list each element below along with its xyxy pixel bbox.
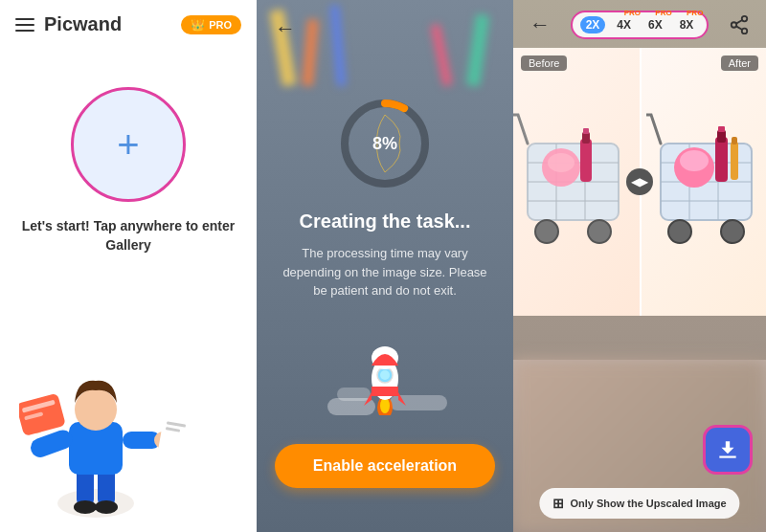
back-button[interactable]: ←	[270, 13, 301, 44]
add-image-area: + Let's start! Tap anywhere to enter Gal…	[0, 49, 257, 274]
svg-rect-58	[732, 137, 737, 144]
svg-rect-43	[583, 128, 589, 134]
panel3-back-button[interactable]: ←	[525, 10, 555, 40]
app-header: Picwand 👑 PRO	[0, 0, 257, 49]
creating-title: Creating the task...	[300, 211, 471, 233]
cart-svg-right	[646, 48, 766, 316]
illustration-area	[0, 274, 257, 532]
scale-tab-8x[interactable]: PRO 8X	[674, 16, 700, 33]
svg-point-51	[721, 220, 744, 243]
after-half	[640, 48, 766, 316]
share-button[interactable]	[724, 10, 755, 40]
svg-point-53	[680, 150, 709, 171]
svg-line-30	[736, 20, 742, 24]
svg-point-3	[74, 500, 97, 514]
plus-icon: +	[117, 125, 139, 164]
pro-tag-6x: PRO	[655, 9, 671, 17]
before-half	[513, 48, 640, 316]
svg-point-50	[668, 220, 691, 243]
panel-processing: ← 8% Creating the task...	[257, 0, 513, 532]
pro-tag-4x: PRO	[624, 9, 641, 17]
scale-tabs: 2X PRO 4X PRO 6X PRO 8X	[571, 11, 710, 39]
scale-tab-6x[interactable]: PRO 6X	[642, 16, 668, 33]
svg-point-37	[535, 220, 558, 243]
add-image-button[interactable]: +	[71, 87, 186, 202]
svg-rect-14	[158, 415, 192, 456]
only-show-upscaled-button[interactable]: ⊞ Only Show the Upscaled Image	[539, 488, 739, 519]
creating-desc: The processing time may vary depending o…	[257, 244, 513, 300]
download-icon	[715, 437, 740, 462]
svg-rect-22	[372, 387, 398, 396]
progress-percent: 8%	[372, 134, 397, 154]
svg-point-20	[380, 398, 390, 413]
svg-point-27	[732, 22, 737, 28]
comparison-handle[interactable]: ◀▶	[626, 168, 653, 195]
panel-result: ← 2X PRO 4X PRO 6X PRO 8X	[513, 0, 766, 532]
svg-point-40	[548, 153, 574, 172]
svg-point-4	[95, 500, 118, 514]
share-icon	[729, 14, 750, 35]
progress-ring: 8%	[337, 96, 433, 191]
layers-icon: ⊞	[552, 496, 564, 511]
illustration-svg	[19, 369, 211, 522]
add-image-label: Let's start! Tap anywhere to enter Galle…	[19, 217, 237, 255]
svg-point-38	[588, 220, 611, 243]
panel3-header: ← 2X PRO 4X PRO 6X PRO 8X	[513, 0, 766, 50]
scale-tab-2x[interactable]: 2X	[580, 16, 606, 33]
svg-rect-56	[718, 126, 725, 132]
back-arrow-icon: ←	[275, 16, 296, 41]
download-button[interactable]	[703, 425, 753, 475]
menu-button[interactable]	[15, 18, 34, 32]
svg-point-24	[380, 370, 390, 380]
svg-point-6	[75, 388, 117, 431]
cart-svg-left	[513, 48, 633, 316]
after-label: After	[721, 55, 758, 71]
svg-point-0	[57, 489, 134, 518]
scale-tab-4x[interactable]: PRO 4X	[611, 16, 637, 33]
app-title: Picwand	[44, 13, 171, 35]
svg-line-29	[736, 26, 742, 30]
processing-content: 8% Creating the task... The processing t…	[257, 0, 513, 532]
comparison-area: Before After ◀▶	[513, 48, 766, 316]
crown-icon: 👑	[191, 18, 205, 32]
rocket-animation	[347, 339, 423, 425]
panel3-back-icon: ←	[529, 12, 551, 37]
panel-main: Picwand 👑 PRO + Let's start! Tap anywher…	[0, 0, 257, 532]
before-label: Before	[521, 55, 567, 71]
svg-rect-41	[580, 139, 592, 182]
rocket-svg	[356, 339, 414, 415]
svg-rect-57	[731, 142, 738, 180]
enable-acceleration-button[interactable]: Enable acceleration	[275, 444, 495, 488]
cart-image: Before After ◀▶	[513, 48, 766, 316]
pro-tag-8x: PRO	[687, 9, 703, 17]
svg-rect-54	[715, 137, 728, 182]
svg-point-26	[742, 16, 748, 22]
pro-badge[interactable]: 👑 PRO	[181, 15, 241, 34]
svg-point-28	[742, 29, 748, 33]
